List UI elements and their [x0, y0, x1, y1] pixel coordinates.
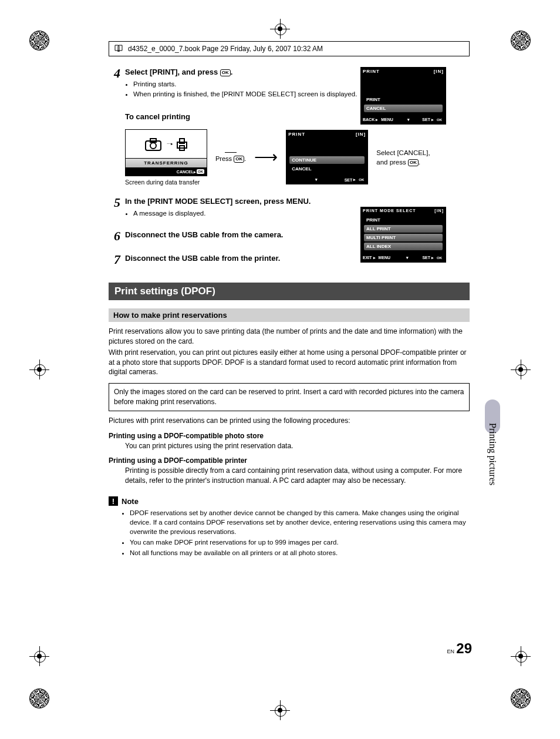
- header-text: d4352_e_0000_7.book Page 29 Friday, July…: [128, 45, 323, 53]
- procedure-body: Printing is possible directly from a car…: [125, 466, 470, 486]
- register-mark-icon: [270, 19, 290, 39]
- crop-mark-icon: [511, 688, 531, 708]
- note-heading: ! Note: [109, 496, 470, 506]
- note-list: DPOF reservations set by another device …: [130, 508, 470, 557]
- register-mark-icon: [29, 646, 49, 666]
- page: Printing pictures d4352_e_0000_7.book Pa…: [0, 0, 560, 739]
- ok-icon: OK: [220, 69, 231, 76]
- press-label: Press OK.: [215, 155, 246, 163]
- lcd-print-screen: PRINT[IN] PRINT CANCEL BACK▸MENU ▾ SET▸O…: [360, 67, 446, 125]
- info-box: Only the images stored on the card can b…: [109, 383, 470, 411]
- section-heading: Print settings (DPOF): [109, 283, 470, 300]
- cancel-diagram: ⋯▸ TRANSFERRING CANCEL▸OK Screen during …: [125, 129, 470, 186]
- paragraph: Print reservations allow you to save pri…: [109, 327, 470, 347]
- arrow-right-icon: ⟶: [254, 147, 278, 167]
- camera-icon: [144, 136, 164, 152]
- register-mark-icon: [511, 360, 531, 379]
- step-number: 6: [109, 230, 120, 243]
- step-number: 7: [109, 253, 120, 266]
- subsection-heading: How to make print reservations: [109, 308, 470, 322]
- register-mark-icon: [270, 700, 290, 720]
- content-area: d4352_e_0000_7.book Page 29 Friday, July…: [109, 41, 470, 559]
- paragraph: With print reservation, you can print ou…: [109, 348, 470, 377]
- lcd-cancel-screen: PRINT[IN] CONTINUE CANCEL ▾ SET▸OK: [286, 130, 368, 184]
- lcd-mode-select-screen: PRINT MODE SELECT[IN] PRINT ALL PRINT MU…: [360, 207, 446, 263]
- page-number: EN 29: [447, 640, 472, 657]
- section-side-text: Printing pictures: [487, 423, 498, 485]
- step-number: 5: [109, 196, 120, 219]
- exclaim-icon: !: [109, 496, 118, 506]
- procedure-body: You can print pictures using the print r…: [125, 441, 470, 451]
- crop-mark-icon: [511, 31, 531, 51]
- paragraph: Pictures with print reservations can be …: [109, 416, 470, 426]
- transfer-screen: ⋯▸ TRANSFERRING CANCEL▸OK: [125, 129, 207, 176]
- register-mark-icon: [29, 360, 49, 379]
- step-number: 4: [109, 67, 120, 100]
- book-header: d4352_e_0000_7.book Page 29 Friday, July…: [109, 41, 470, 56]
- procedure-heading: Printing using a DPOF-compatible printer: [109, 456, 470, 465]
- procedure-heading: Printing using a DPOF-compatible photo s…: [109, 432, 470, 440]
- register-mark-icon: [511, 646, 531, 666]
- transfer-caption: Screen during data transfer: [125, 179, 207, 186]
- crop-mark-icon: [29, 31, 49, 51]
- svg-point-1: [150, 143, 156, 149]
- crop-mark-icon: [29, 688, 49, 708]
- printer-icon: [176, 136, 188, 152]
- cancel-instruction: Select [CANCEL], and press OK.: [376, 148, 441, 167]
- book-icon: [114, 44, 123, 53]
- step-title: In the [PRINT MODE SELECT] screen, press…: [125, 196, 470, 207]
